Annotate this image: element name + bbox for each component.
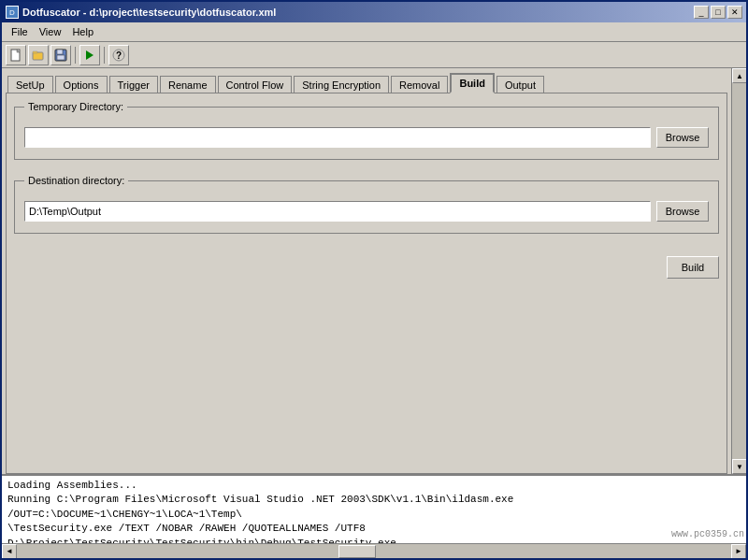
menu-bar: File View Help [2,22,746,42]
log-line-1: Loading Assemblies... [7,479,741,493]
scroll-right-button[interactable]: ► [731,544,746,559]
svg-text:?: ? [116,50,122,61]
log-content: Loading Assemblies... Running C:\Program… [2,476,746,543]
tab-rename[interactable]: Rename [160,76,216,93]
toolbar-separator-1 [75,47,76,64]
watermark: www.pc0359.cn [671,528,744,541]
tab-output[interactable]: Output [496,76,544,93]
dest-dir-label: Destination directory: [24,175,128,186]
temp-dir-row: Browse [24,127,709,148]
help-button[interactable]: ? [108,45,129,65]
run-button[interactable] [79,45,100,65]
new-button[interactable] [6,45,26,65]
tab-build[interactable]: Build [450,73,495,93]
temp-dir-group: Temporary Directory: Browse [14,101,719,160]
window-title: Dotfuscator - d:\project\testsecurity\do… [22,7,276,18]
temp-dir-browse-button[interactable]: Browse [656,127,709,148]
dest-dir-row: Browse [24,201,709,222]
title-bar-left: D Dotfuscator - d:\project\testsecurity\… [6,6,276,19]
menu-file[interactable]: File [6,24,34,39]
build-button[interactable]: Build [667,256,719,279]
dest-dir-browse-button[interactable]: Browse [656,201,709,222]
hscroll-track[interactable] [17,544,731,559]
right-scrollbar: ▲ ▼ [731,68,746,474]
svg-marker-6 [86,50,94,60]
bottom-scrollbar: ◄ ► [2,543,746,558]
scroll-down-button[interactable]: ▼ [732,459,746,474]
log-line-2: Running C:\Program Files\Microsoft Visua… [7,493,741,522]
dest-dir-group: Destination directory: Browse [14,175,719,234]
temp-dir-label: Temporary Directory: [24,101,127,112]
tab-panel: SetUp Options Trigger Rename Control Flo… [2,68,731,474]
app-icon: D [6,6,19,19]
tab-trigger[interactable]: Trigger [109,76,158,93]
build-tab-content: Temporary Directory: Browse Destination … [6,93,727,474]
main-window: D Dotfuscator - d:\project\testsecurity\… [0,0,748,560]
tab-controlflow[interactable]: Control Flow [218,76,293,93]
hscroll-thumb[interactable] [338,545,376,558]
tab-setup[interactable]: SetUp [7,76,53,93]
title-bar-controls: _ □ ✕ [694,6,742,19]
open-button[interactable] [28,45,49,65]
scroll-up-button[interactable]: ▲ [732,68,746,83]
toolbar-separator-2 [104,47,105,64]
log-area: Loading Assemblies... Running C:\Program… [2,474,746,558]
maximize-button[interactable]: □ [711,6,726,19]
tab-options[interactable]: Options [55,76,108,93]
svg-rect-4 [57,50,63,54]
menu-view[interactable]: View [34,24,67,39]
title-bar: D Dotfuscator - d:\project\testsecurity\… [2,2,746,22]
tab-removal[interactable]: Removal [391,76,448,93]
tabs-row: SetUp Options Trigger Rename Control Flo… [2,68,731,93]
menu-help[interactable]: Help [66,24,99,39]
build-button-row: Build [14,256,719,279]
content-area: SetUp Options Trigger Rename Control Flo… [2,68,746,474]
close-button[interactable]: ✕ [727,6,742,19]
scroll-left-button[interactable]: ◄ [2,544,17,559]
toolbar: ? [2,42,746,68]
minimize-button[interactable]: _ [694,6,709,19]
temp-dir-input[interactable] [24,127,651,148]
log-line-3: \TestSecurity.exe /TEXT /NOBAR /RAWEH /Q… [7,522,741,543]
dest-dir-input[interactable] [24,201,651,222]
svg-rect-5 [57,55,65,60]
svg-rect-2 [33,51,37,53]
save-button[interactable] [50,45,71,65]
scroll-track[interactable] [732,83,746,459]
tab-stringencryption[interactable]: String Encryption [294,76,389,93]
